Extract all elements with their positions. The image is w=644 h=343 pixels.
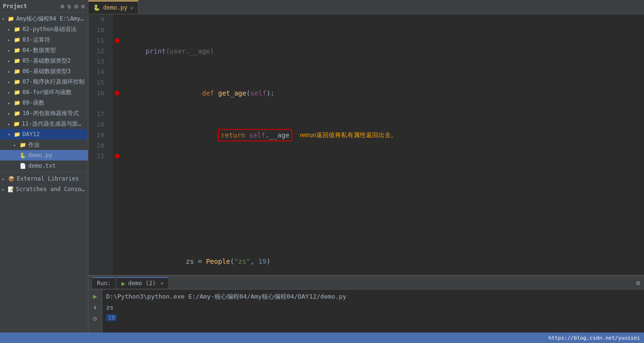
ln-15: 15 <box>88 77 108 88</box>
folder-icon-10: 📁 <box>13 109 21 117</box>
console-content: D:\Python3\python.exe E:/Amy-核心编程04/Amy核… <box>102 289 644 325</box>
sidebar-item-06[interactable]: ▸ 📁 06-基础数据类型3 <box>0 66 88 76</box>
sidebar-item-09[interactable]: ▸ 📁 09-函数 <box>0 97 88 108</box>
sidebar-label-scratches: Scratches and Consoles <box>16 186 86 193</box>
ln-20: 20 <box>88 140 108 151</box>
folder-icon-06: 📁 <box>13 67 21 75</box>
sidebar-label-homework: 作业 <box>28 141 40 149</box>
line-numbers: 9 10 11 12 13 14 15 16 17 18 19 20 21 <box>88 14 112 275</box>
ln-9: 9 <box>88 14 108 25</box>
status-bar: https://blog.csdn.net/yuuisei <box>0 332 644 343</box>
code-text-9: print(user.__age) <box>129 46 214 56</box>
marker-9 <box>112 14 122 25</box>
sidebar-label-05: 05-基础数据类型2 <box>22 57 71 65</box>
marker-11 <box>112 35 122 46</box>
arrow-10: ▸ <box>8 111 13 116</box>
tab-close-button[interactable]: ✕ <box>130 5 133 11</box>
code-line-9: print(user.__age) <box>129 46 644 56</box>
sidebar-item-demo-txt[interactable]: ▸ 📄 demo.txt <box>0 161 88 171</box>
tab-demo-py[interactable]: 🐍 demo.py ✕ <box>88 0 139 14</box>
arrow-08: ▸ <box>8 90 13 95</box>
ln-11: 11 <box>88 35 108 46</box>
code-editor[interactable]: 9 10 11 12 13 14 15 16 17 18 19 20 21 <box>88 14 644 275</box>
code-line-11: return self.__age retrun返回值将私有属性返回出去。 <box>129 130 644 140</box>
arrow-day12: ▾ <box>8 132 13 137</box>
add-icon[interactable]: ⊕ <box>60 2 64 10</box>
sync-icon[interactable]: ⇅ <box>67 2 71 10</box>
ln-13: 13 <box>88 56 108 67</box>
marker-16 <box>112 88 122 98</box>
marker-14 <box>112 67 122 77</box>
sidebar-label-external: External Libraries <box>17 175 79 182</box>
console-number-19: 19 <box>106 314 117 321</box>
sidebar-item-03[interactable]: ▸ 📁 03-运算符 <box>0 34 88 45</box>
ln-18: 18 <box>88 119 108 130</box>
code-line-14: zs = People("zs", 19) <box>129 256 644 267</box>
sidebar-item-04[interactable]: ▸ 📁 04-数据类型 <box>0 45 88 55</box>
folder-icon-02: 📁 <box>13 25 21 33</box>
sidebar-label-04: 04-数据类型 <box>22 46 56 54</box>
folder-icon-07: 📁 <box>13 78 21 86</box>
code-text-11: return self.__age <box>129 118 292 152</box>
folder-icon-amy: 📁 <box>7 15 14 22</box>
arrow-11: ▸ <box>8 121 13 127</box>
bottom-tab-demo[interactable]: ▶ demo (2) ✕ <box>117 277 168 289</box>
stop-button[interactable]: ⬇ <box>90 303 100 312</box>
tab-file-icon: 🐍 <box>93 4 100 11</box>
breakpoint-11 <box>115 38 119 43</box>
console-path-line: D:\Python3\python.exe E:/Amy-核心编程04/Amy核… <box>106 291 640 302</box>
arrow-external: ▸ <box>2 176 8 182</box>
arrow-05: ▸ <box>8 58 13 64</box>
sidebar-item-scratches[interactable]: ▸ 📝 Scratches and Consoles <box>0 184 88 194</box>
console-output-19: 19 <box>106 312 640 323</box>
sidebar-label-08: 08-for循环与函数 <box>22 88 72 96</box>
sidebar-divider-1 <box>0 172 88 172</box>
sidebar: Project ⊕ ⇅ ⚙ ≡ ▾ 📁 Amy核心编程04 E:\Amy-核 ▸… <box>0 0 88 332</box>
file-icon-demo-txt: 📄 <box>19 162 27 170</box>
gear-settings-icon[interactable]: ⚙ <box>636 279 640 287</box>
ln-16: 16 <box>88 88 108 98</box>
file-icon-demo-py: 🐍 <box>19 151 27 159</box>
console-output-text-zs: zs <box>106 304 114 311</box>
code-lines[interactable]: print(user.__age) def get_age(self): ret… <box>122 14 644 275</box>
sidebar-label-07: 07-顺序执行及循环控制 <box>22 78 85 86</box>
sidebar-label-demo-py: demo.py <box>28 152 53 159</box>
scratch-icon: 📝 <box>7 185 14 193</box>
sidebar-item-demo-py[interactable]: ▸ 🐍 demo.py <box>0 150 88 161</box>
run-label: Run: <box>97 280 111 287</box>
collapse-icon[interactable]: ≡ <box>81 2 85 10</box>
bottom-main: ▶ ⬇ ⟳ D:\Python3\python.exe E:/Amy-核心编程0… <box>88 289 644 332</box>
sidebar-item-10[interactable]: ▸ 📁 10-闭包装饰器推导式 <box>0 108 88 118</box>
run-green-icon: ▶ <box>121 279 125 287</box>
sidebar-item-11[interactable]: ▸ 📁 11-选代器生成器与面向对 <box>0 118 88 129</box>
sidebar-item-amy-root[interactable]: ▾ 📁 Amy核心编程04 E:\Amy-核 <box>0 13 88 24</box>
tab-close-demo[interactable]: ✕ <box>161 280 163 286</box>
folder-icon-11: 📁 <box>13 120 20 128</box>
marker-17 <box>112 109 122 119</box>
arrow-amy-root: ▾ <box>2 16 7 21</box>
sidebar-item-08[interactable]: ▸ 📁 08-for循环与函数 <box>0 87 88 97</box>
tab-label: demo.py <box>103 4 128 11</box>
console-area: D:\Python3\python.exe E:/Amy-核心编程04/Amy核… <box>102 289 644 332</box>
ln-16b <box>88 98 108 109</box>
sidebar-title: Project <box>3 3 27 10</box>
sidebar-item-02[interactable]: ▸ 📁 02-python基础语法 <box>0 24 88 34</box>
rerun-button[interactable]: ⟳ <box>90 314 100 324</box>
ln-12: 12 <box>88 46 108 56</box>
sidebar-label-09: 09-函数 <box>22 99 44 107</box>
status-url: https://blog.csdn.net/yuuisei <box>548 335 640 341</box>
sidebar-item-05[interactable]: ▸ 📁 05-基础数据类型2 <box>0 55 88 66</box>
sidebar-item-homework[interactable]: ▸ 📁 作业 <box>0 139 88 150</box>
sidebar-header-icons[interactable]: ⊕ ⇅ ⚙ ≡ <box>60 2 85 10</box>
sidebar-item-day12[interactable]: ▾ 📁 DAY12 <box>0 129 88 139</box>
arrow-09: ▸ <box>8 100 13 106</box>
ln-21: 21 <box>88 151 108 161</box>
console-run-path: D:\Python3\python.exe E:/Amy-核心编程04/Amy核… <box>106 292 346 301</box>
ln-19: 19 <box>88 130 108 140</box>
settings-icon[interactable]: ⚙ <box>74 2 78 10</box>
folder-icon-05: 📁 <box>13 57 21 64</box>
bottom-tab-run[interactable]: Run: <box>92 277 116 289</box>
run-button[interactable]: ▶ <box>90 291 100 301</box>
sidebar-item-07[interactable]: ▸ 📁 07-顺序执行及循环控制 <box>0 76 88 87</box>
sidebar-item-external[interactable]: ▸ 📦 External Libraries <box>0 173 88 184</box>
